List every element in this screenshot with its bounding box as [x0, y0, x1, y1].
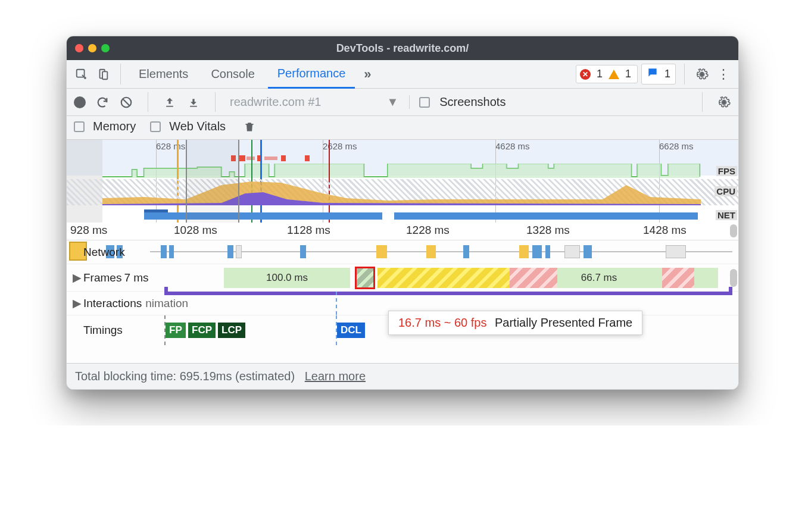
screenshots-checkbox[interactable]	[419, 97, 430, 108]
titlebar[interactable]: DevTools - readwrite.com/	[67, 36, 738, 60]
more-tabs-icon[interactable]: »	[358, 65, 376, 83]
tbt-text: Total blocking time: 695.19ms (estimated…	[75, 370, 295, 383]
frame-block-yellow[interactable]	[377, 268, 510, 288]
net-label: NET	[716, 210, 737, 220]
frame-block-dropped[interactable]	[662, 268, 694, 288]
timing-fcp[interactable]: FCP	[188, 323, 216, 338]
separator	[148, 92, 148, 112]
target-selector[interactable]: readwrite.com #1 ▼	[230, 95, 410, 109]
frame-7: 7 ms	[124, 271, 148, 284]
download-icon[interactable]	[186, 95, 201, 109]
close-window-button[interactable]	[75, 44, 83, 52]
frame-block-dropped[interactable]	[510, 268, 557, 288]
svg-rect-8	[245, 124, 253, 125]
frame-block[interactable]	[641, 268, 662, 288]
separator	[120, 64, 121, 85]
trash-icon[interactable]	[244, 120, 255, 133]
tooltip-primary: 16.7 ms ~ 60 fps	[398, 316, 486, 329]
window-controls	[75, 44, 110, 52]
web-vitals-checkbox[interactable]	[150, 121, 161, 132]
frame-selected[interactable]	[355, 267, 375, 289]
memory-checkbox[interactable]	[74, 121, 85, 132]
error-count: 1	[597, 68, 603, 80]
frame-block[interactable]	[694, 268, 718, 288]
frame-block[interactable]: 100.0 ms	[224, 268, 350, 288]
target-label: readwrite.com #1	[230, 95, 321, 109]
record-button[interactable]	[74, 96, 86, 108]
svg-point-7	[722, 101, 726, 104]
timing-lcp[interactable]: LCP	[218, 323, 245, 338]
clear-icon[interactable]	[119, 95, 133, 109]
animation-bar	[164, 292, 732, 295]
warning-count: 1	[625, 68, 631, 80]
timing-dcl[interactable]: DCL	[337, 323, 365, 338]
device-toggle-icon[interactable]	[94, 65, 112, 83]
separator	[684, 64, 685, 85]
capture-settings-icon[interactable]	[717, 95, 731, 109]
tracks-area: ▶ Network ▶ Frames 7 ms	[67, 240, 738, 363]
devtools-window: DevTools - readwrite.com/ Elements Conso…	[66, 36, 739, 390]
timing-fp[interactable]: FP	[166, 323, 186, 338]
error-icon: ✕	[580, 69, 591, 80]
tab-elements[interactable]: Elements	[129, 60, 198, 89]
expand-icon[interactable]: ▶	[73, 296, 80, 310]
overview-minimap[interactable]: 628 ms 2628 ms 4628 ms 6628 ms	[67, 139, 738, 223]
summary-footer: Total blocking time: 695.19ms (estimated…	[67, 363, 738, 389]
perf-options: Memory Web Vitals	[67, 116, 738, 139]
upload-icon[interactable]	[163, 95, 177, 109]
dropdown-icon: ▼	[386, 95, 398, 109]
separator	[215, 92, 216, 112]
screenshots-label: Screenshots	[439, 95, 506, 109]
animation-label: nimation	[145, 297, 188, 310]
tab-console[interactable]: Console	[201, 60, 264, 89]
main-tabbar: Elements Console Performance » ✕ 1 1 1 ⋮	[67, 60, 738, 89]
warning-icon	[609, 70, 619, 79]
tooltip-secondary: Partially Presented Frame	[495, 316, 632, 329]
settings-icon[interactable]	[693, 65, 711, 83]
svg-rect-6	[190, 105, 197, 107]
tab-performance[interactable]: Performance	[268, 60, 355, 89]
zoom-window-button[interactable]	[101, 44, 110, 52]
perf-toolbar: readwrite.com #1 ▼ Screenshots	[67, 89, 738, 116]
separator	[702, 92, 703, 112]
svg-rect-5	[166, 105, 173, 107]
learn-more-link[interactable]: Learn more	[305, 370, 366, 383]
fps-label: FPS	[716, 166, 737, 176]
frame-block[interactable]: 66.7 ms	[557, 268, 641, 288]
issues-badge[interactable]: ✕ 1 1	[576, 65, 638, 83]
scrollbar-thumb[interactable]	[730, 224, 737, 237]
svg-point-3	[700, 73, 704, 76]
track-network[interactable]: ▶ Network	[67, 240, 738, 264]
inspect-icon[interactable]	[73, 65, 91, 83]
window-title: DevTools - readwrite.com/	[67, 42, 738, 55]
overview-selection[interactable]	[186, 140, 239, 223]
svg-rect-2	[102, 71, 107, 79]
frame-tooltip: 16.7 ms ~ 60 fps Partially Presented Fra…	[388, 311, 642, 335]
cpu-label: CPU	[714, 186, 737, 196]
message-count: 1	[664, 68, 670, 80]
scrollbar-thumb[interactable]	[730, 269, 737, 287]
memory-label: Memory	[93, 120, 136, 133]
kebab-menu-icon[interactable]: ⋮	[714, 65, 732, 83]
message-icon	[647, 67, 659, 82]
expand-icon[interactable]: ▶	[73, 271, 80, 284]
minimize-window-button[interactable]	[88, 44, 96, 52]
time-ruler[interactable]: 928 ms 1028 ms 1128 ms 1228 ms 1328 ms 1…	[67, 223, 738, 240]
reload-icon[interactable]	[95, 95, 110, 109]
messages-badge[interactable]: 1	[641, 64, 676, 85]
web-vitals-label: Web Vitals	[169, 120, 226, 133]
